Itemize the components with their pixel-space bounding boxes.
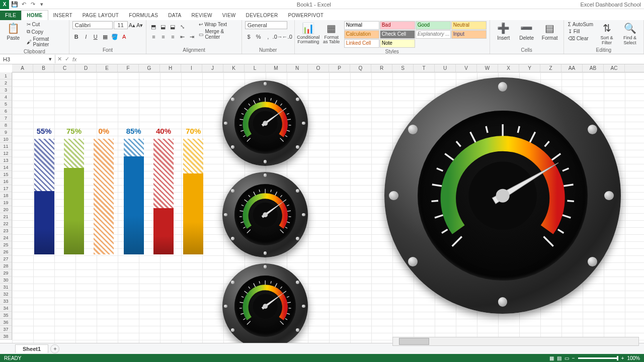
delete-button[interactable]: ➖Delete bbox=[516, 21, 537, 42]
increase-font-icon[interactable]: A▴ bbox=[129, 22, 135, 29]
find-select-button[interactable]: 🔍Find & Select bbox=[619, 21, 640, 46]
tab-data[interactable]: DATA bbox=[163, 11, 186, 20]
row-header[interactable]: 1 bbox=[0, 72, 12, 79]
row-header[interactable]: 11 bbox=[0, 143, 12, 150]
row-header[interactable]: 7 bbox=[0, 115, 12, 122]
row-header[interactable]: 29 bbox=[0, 269, 12, 277]
col-header[interactable]: S bbox=[392, 64, 414, 72]
row-header[interactable]: 22 bbox=[0, 220, 12, 227]
tab-page-layout[interactable]: PAGE LAYOUT bbox=[77, 11, 124, 20]
zoom-in-icon[interactable]: + bbox=[621, 355, 624, 361]
save-icon[interactable]: 💾 bbox=[11, 1, 18, 8]
zoom-slider[interactable] bbox=[578, 357, 618, 359]
col-header[interactable]: AB bbox=[583, 64, 604, 72]
cell-style-option[interactable]: Explanatory ... bbox=[416, 30, 451, 39]
row-header[interactable]: 35 bbox=[0, 312, 12, 319]
indent-inc-icon[interactable]: ⇥ bbox=[188, 33, 196, 41]
row-header[interactable]: 15 bbox=[0, 171, 12, 178]
cell-style-option[interactable]: Bad bbox=[380, 21, 415, 30]
gauge-widget[interactable] bbox=[222, 80, 308, 166]
format-as-table-button[interactable]: ▦Format as Table bbox=[321, 21, 342, 45]
row-header[interactable]: 19 bbox=[0, 199, 12, 206]
enter-formula-icon[interactable]: ✓ bbox=[65, 56, 69, 62]
col-header[interactable]: B bbox=[33, 64, 54, 72]
bold-button[interactable]: B bbox=[72, 33, 80, 41]
row-headers[interactable]: 1234567891011121314151617181920212223242… bbox=[0, 72, 12, 340]
row-header[interactable]: 33 bbox=[0, 298, 12, 305]
col-header[interactable]: X bbox=[498, 64, 519, 72]
horizontal-scrollbar[interactable] bbox=[392, 337, 639, 346]
tab-developer[interactable]: DEVELOPER bbox=[241, 11, 283, 20]
col-header[interactable]: N bbox=[287, 64, 308, 72]
col-header[interactable]: E bbox=[97, 64, 118, 72]
zoom-value[interactable]: 100% bbox=[627, 355, 640, 361]
cell-style-option[interactable]: Check Cell bbox=[380, 30, 415, 39]
currency-icon[interactable]: $ bbox=[245, 33, 253, 41]
tab-file[interactable]: FILE bbox=[0, 11, 21, 20]
border-button[interactable]: ▦ bbox=[101, 33, 109, 41]
cell-style-option[interactable]: Input bbox=[451, 30, 487, 39]
cell-style-option[interactable]: Good bbox=[416, 21, 451, 30]
worksheet-grid[interactable]: ABCDEFGHIJKLMNOPQRSTUVWXYZAAABAC 1234567… bbox=[0, 64, 644, 346]
fill-color-button[interactable]: 🪣 bbox=[111, 33, 119, 41]
col-header[interactable]: L bbox=[245, 64, 266, 72]
row-header[interactable]: 28 bbox=[0, 262, 12, 269]
format-button[interactable]: ▤Format bbox=[539, 21, 560, 42]
decrease-font-icon[interactable]: A▾ bbox=[136, 22, 143, 29]
wrap-text-button[interactable]: ↩Wrap Text bbox=[198, 21, 238, 28]
row-header[interactable]: 20 bbox=[0, 206, 12, 213]
fill-button[interactable]: ↧Fill bbox=[567, 28, 594, 35]
row-header[interactable]: 37 bbox=[0, 326, 12, 333]
col-header[interactable]: V bbox=[456, 64, 477, 72]
inc-decimal-icon[interactable]: .0→ bbox=[274, 33, 282, 41]
font-name-select[interactable]: Calibri bbox=[72, 21, 113, 29]
sort-filter-button[interactable]: ⇅Sort & Filter bbox=[596, 21, 617, 46]
row-header[interactable]: 38 bbox=[0, 333, 12, 340]
row-header[interactable]: 4 bbox=[0, 94, 12, 101]
col-header[interactable]: G bbox=[139, 64, 160, 72]
col-header[interactable]: O bbox=[308, 64, 329, 72]
copy-button[interactable]: ⧉Copy bbox=[26, 28, 66, 35]
conditional-formatting-button[interactable]: 📊Conditional Formatting bbox=[298, 21, 319, 45]
view-normal-icon[interactable]: ▦ bbox=[549, 355, 554, 361]
align-bot-icon[interactable]: ⬓ bbox=[169, 23, 177, 31]
cell-style-option[interactable]: Calculation bbox=[344, 30, 379, 39]
col-header[interactable]: R bbox=[371, 64, 392, 72]
cell-style-option[interactable]: Linked Cell bbox=[344, 39, 379, 48]
font-size-select[interactable]: 11 bbox=[114, 21, 128, 29]
row-header[interactable]: 26 bbox=[0, 248, 12, 255]
col-header[interactable]: AC bbox=[604, 64, 625, 72]
col-header[interactable]: AA bbox=[561, 64, 583, 72]
align-center-icon[interactable]: ≡ bbox=[159, 33, 167, 41]
tab-home[interactable]: HOME bbox=[21, 10, 48, 20]
row-header[interactable]: 23 bbox=[0, 227, 12, 234]
align-right-icon[interactable]: ≡ bbox=[169, 33, 177, 41]
row-header[interactable]: 24 bbox=[0, 234, 12, 241]
row-header[interactable]: 10 bbox=[0, 136, 12, 143]
row-header[interactable]: 34 bbox=[0, 305, 12, 312]
view-break-icon[interactable]: ▭ bbox=[565, 355, 569, 361]
tab-view[interactable]: VIEW bbox=[217, 11, 241, 20]
row-header[interactable]: 21 bbox=[0, 213, 12, 220]
view-layout-icon[interactable]: ▤ bbox=[557, 355, 561, 361]
gauge-widget[interactable] bbox=[222, 172, 308, 257]
col-header[interactable]: I bbox=[181, 64, 202, 72]
qat-dropdown-icon[interactable]: ▾ bbox=[38, 1, 45, 8]
row-header[interactable]: 12 bbox=[0, 150, 12, 157]
align-top-icon[interactable]: ⬒ bbox=[149, 23, 157, 31]
font-color-button[interactable]: A bbox=[120, 33, 128, 41]
format-painter-button[interactable]: 🖌Format Painter bbox=[26, 36, 66, 48]
tab-insert[interactable]: INSERT bbox=[48, 11, 77, 20]
clear-button[interactable]: ⌫Clear bbox=[567, 35, 594, 42]
scroll-thumb[interactable] bbox=[399, 338, 429, 345]
autosum-button[interactable]: ΣAutoSum bbox=[567, 21, 594, 28]
col-header[interactable]: Z bbox=[540, 64, 561, 72]
percent-icon[interactable]: % bbox=[255, 33, 263, 41]
cell-style-option[interactable]: Normal bbox=[344, 21, 379, 30]
italic-button[interactable]: I bbox=[82, 33, 90, 41]
name-box[interactable]: H3▾ bbox=[0, 55, 55, 63]
col-header[interactable]: W bbox=[477, 64, 498, 72]
col-header[interactable]: F bbox=[118, 64, 139, 72]
col-header[interactable]: Q bbox=[350, 64, 371, 72]
dec-decimal-icon[interactable]: ←.0 bbox=[283, 33, 291, 41]
